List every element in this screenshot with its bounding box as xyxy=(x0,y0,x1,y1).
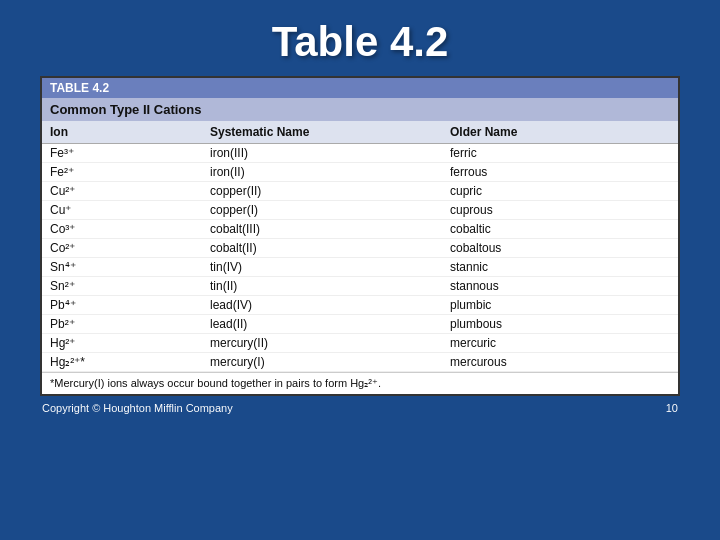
cell-older: cobaltous xyxy=(442,239,678,257)
page-number: 10 xyxy=(666,402,678,414)
table-section-title: Common Type II Cations xyxy=(42,98,678,121)
cell-systematic: copper(I) xyxy=(202,201,442,219)
cell-systematic: lead(II) xyxy=(202,315,442,333)
table-body: Fe³⁺iron(III)ferricFe²⁺iron(II)ferrousCu… xyxy=(42,144,678,372)
cell-systematic: tin(IV) xyxy=(202,258,442,276)
cell-ion: Pb²⁺ xyxy=(42,315,202,333)
cell-ion: Pb⁴⁺ xyxy=(42,296,202,314)
cell-ion: Sn⁴⁺ xyxy=(42,258,202,276)
table-header-row: Ion Systematic Name Older Name xyxy=(42,121,678,144)
col-header-older: Older Name xyxy=(442,121,678,143)
table-label: TABLE 4.2 xyxy=(42,78,678,98)
table-row: Cu⁺copper(I)cuprous xyxy=(42,201,678,220)
page-footer: Copyright © Houghton Mifflin Company 10 xyxy=(40,396,680,414)
cell-ion: Cu²⁺ xyxy=(42,182,202,200)
data-table: TABLE 4.2 Common Type II Cations Ion Sys… xyxy=(40,76,680,396)
cell-ion: Sn²⁺ xyxy=(42,277,202,295)
cell-ion: Fe²⁺ xyxy=(42,163,202,181)
cell-older: ferrous xyxy=(442,163,678,181)
cell-older: cuprous xyxy=(442,201,678,219)
cell-ion: Co²⁺ xyxy=(42,239,202,257)
cell-systematic: cobalt(II) xyxy=(202,239,442,257)
cell-older: plumbous xyxy=(442,315,678,333)
cell-ion: Co³⁺ xyxy=(42,220,202,238)
table-row: Hg²⁺mercury(II)mercuric xyxy=(42,334,678,353)
cell-older: stannous xyxy=(442,277,678,295)
table-row: Cu²⁺copper(II)cupric xyxy=(42,182,678,201)
cell-ion: Cu⁺ xyxy=(42,201,202,219)
col-header-ion: Ion xyxy=(42,121,202,143)
cell-older: stannic xyxy=(442,258,678,276)
cell-systematic: lead(IV) xyxy=(202,296,442,314)
cell-systematic: iron(II) xyxy=(202,163,442,181)
table-footnote: *Mercury(I) ions always occur bound toge… xyxy=(42,372,678,394)
cell-older: mercuric xyxy=(442,334,678,352)
cell-ion: Fe³⁺ xyxy=(42,144,202,162)
table-row: Sn²⁺tin(II)stannous xyxy=(42,277,678,296)
table-row: Fe³⁺iron(III)ferric xyxy=(42,144,678,163)
table-row: Fe²⁺iron(II)ferrous xyxy=(42,163,678,182)
cell-older: mercurous xyxy=(442,353,678,371)
cell-older: plumbic xyxy=(442,296,678,314)
cell-systematic: mercury(I) xyxy=(202,353,442,371)
page-title: Table 4.2 xyxy=(272,0,449,76)
copyright-text: Copyright © Houghton Mifflin Company xyxy=(42,402,233,414)
table-row: Hg₂²⁺*mercury(I)mercurous xyxy=(42,353,678,372)
table-row: Pb⁴⁺lead(IV)plumbic xyxy=(42,296,678,315)
cell-ion: Hg₂²⁺* xyxy=(42,353,202,371)
cell-older: ferric xyxy=(442,144,678,162)
table-row: Co³⁺cobalt(III)cobaltic xyxy=(42,220,678,239)
table-row: Sn⁴⁺tin(IV)stannic xyxy=(42,258,678,277)
cell-older: cobaltic xyxy=(442,220,678,238)
cell-systematic: cobalt(III) xyxy=(202,220,442,238)
cell-systematic: mercury(II) xyxy=(202,334,442,352)
cell-systematic: tin(II) xyxy=(202,277,442,295)
cell-systematic: iron(III) xyxy=(202,144,442,162)
cell-older: cupric xyxy=(442,182,678,200)
table-row: Co²⁺cobalt(II)cobaltous xyxy=(42,239,678,258)
col-header-systematic: Systematic Name xyxy=(202,121,442,143)
cell-systematic: copper(II) xyxy=(202,182,442,200)
cell-ion: Hg²⁺ xyxy=(42,334,202,352)
table-row: Pb²⁺lead(II)plumbous xyxy=(42,315,678,334)
